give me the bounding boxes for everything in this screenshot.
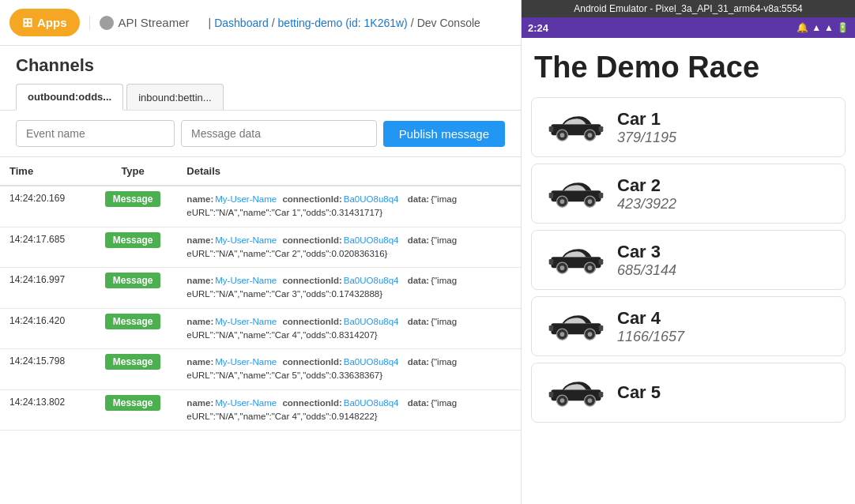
car-svg-3 bbox=[548, 244, 604, 276]
car-svg-2 bbox=[548, 178, 604, 209]
message-table: Time Type Details 14:24:20.169 Message n… bbox=[0, 157, 521, 431]
emulator-title-bar: Android Emulator - Pixel_3a_API_31_arm64… bbox=[522, 0, 855, 17]
svg-point-11 bbox=[560, 199, 565, 204]
cell-time: 14:24:16.420 bbox=[0, 308, 89, 349]
cell-type: Message bbox=[89, 349, 178, 390]
cell-details: name: My-User-Name connectionId: Ba0UO8u… bbox=[177, 186, 521, 227]
svg-rect-5 bbox=[549, 126, 554, 132]
status-icons: 🔔 ▲ ▲ 🔋 bbox=[797, 22, 849, 33]
detail-extra: eURL":"N/A","name":"Car 3","odds":0.1743… bbox=[186, 288, 382, 301]
car-info-5: Car 5 bbox=[617, 382, 832, 403]
type-badge: Message bbox=[105, 354, 161, 370]
channels-title: Channels bbox=[16, 55, 94, 75]
cell-time: 14:24:20.169 bbox=[0, 186, 89, 227]
conn-val: Ba0UO8u8q4 bbox=[344, 234, 399, 247]
cell-type: Message bbox=[89, 227, 178, 268]
data-key: data: bbox=[408, 315, 429, 329]
name-key: name: bbox=[186, 355, 213, 369]
data-val: {"imag bbox=[431, 355, 457, 369]
col-time: Time bbox=[0, 157, 89, 186]
tab-inbound[interactable]: inbound:bettin... bbox=[126, 84, 224, 110]
car-svg-1 bbox=[548, 111, 604, 143]
detail-row2: eURL":"N/A","name":"Car 2","odds":0.0208… bbox=[186, 247, 511, 261]
name-val: My-User-Name bbox=[215, 397, 277, 410]
api-streamer-icon bbox=[100, 16, 114, 30]
svg-point-2 bbox=[588, 133, 593, 137]
car-icon-1 bbox=[544, 107, 608, 147]
detail-row2: eURL":"N/A","name":"Car 5","odds":0.3363… bbox=[186, 369, 511, 382]
channel-tabs: outbound:odds... inbound:bettin... bbox=[0, 76, 521, 111]
car-svg-5 bbox=[548, 377, 604, 408]
publish-label: Publish message bbox=[399, 127, 489, 141]
svg-rect-33 bbox=[549, 392, 554, 397]
tab-outbound[interactable]: outbound:odds... bbox=[16, 84, 123, 111]
detail-extra: eURL":"N/A","name":"Car 1","odds":0.3143… bbox=[186, 206, 382, 220]
detail-row2: eURL":"N/A","name":"Car 4","odds":0.9148… bbox=[186, 410, 511, 423]
svg-rect-13 bbox=[599, 193, 604, 198]
cell-details: name: My-User-Name connectionId: Ba0UO8u… bbox=[177, 268, 521, 309]
name-key: name: bbox=[186, 193, 213, 206]
car-icon-4 bbox=[544, 307, 608, 346]
car-name-1: Car 1 bbox=[617, 109, 832, 130]
cell-time: 14:24:16.997 bbox=[0, 268, 89, 309]
car-icon-2 bbox=[544, 174, 608, 213]
car-name-5: Car 5 bbox=[617, 382, 832, 403]
cell-time: 14:24:15.798 bbox=[0, 349, 89, 390]
svg-point-30 bbox=[588, 398, 593, 403]
bell-icon: 🔔 bbox=[797, 22, 808, 33]
svg-point-9 bbox=[588, 199, 593, 204]
data-key: data: bbox=[408, 274, 429, 288]
data-val: {"imag bbox=[431, 274, 457, 288]
conn-val: Ba0UO8u8q4 bbox=[344, 193, 399, 206]
svg-rect-27 bbox=[599, 325, 604, 331]
name-val: My-User-Name bbox=[215, 315, 277, 329]
data-key: data: bbox=[408, 193, 429, 206]
data-key: data: bbox=[408, 355, 429, 369]
car-odds-1: 379/1195 bbox=[617, 130, 832, 146]
cell-type: Message bbox=[89, 308, 178, 349]
car-item-5: Car 5 bbox=[531, 363, 846, 423]
data-val: {"imag bbox=[431, 234, 457, 247]
svg-point-4 bbox=[560, 133, 565, 137]
race-title: The Demo Race bbox=[522, 38, 855, 91]
detail-row2: eURL":"N/A","name":"Car 3","odds":0.1743… bbox=[186, 288, 511, 301]
car-info-3: Car 3 685/3144 bbox=[617, 242, 832, 279]
detail-extra: eURL":"N/A","name":"Car 4","odds":0.9148… bbox=[186, 410, 377, 423]
breadcrumb-dashboard[interactable]: Dashboard bbox=[214, 17, 269, 29]
apps-button[interactable]: ⊞ Apps bbox=[9, 9, 80, 36]
channels-header: Channels bbox=[0, 46, 521, 76]
api-streamer-label: API Streamer bbox=[119, 16, 190, 29]
table-row: 14:24:15.798 Message name: My-User-Name … bbox=[0, 349, 521, 390]
conn-key: connectionId: bbox=[282, 234, 341, 247]
table-row: 14:24:16.997 Message name: My-User-Name … bbox=[0, 268, 521, 309]
name-key: name: bbox=[186, 234, 213, 247]
car-odds-2: 423/3922 bbox=[617, 196, 832, 213]
breadcrumb-separator: | bbox=[209, 17, 212, 29]
publish-button[interactable]: Publish message bbox=[383, 121, 505, 147]
left-panel: ⊞ Apps API Streamer | Dashboard / bettin… bbox=[0, 0, 522, 504]
detail-extra: eURL":"N/A","name":"Car 2","odds":0.0208… bbox=[186, 247, 387, 261]
cell-details: name: My-User-Name connectionId: Ba0UO8u… bbox=[177, 389, 521, 431]
car-odds-4: 1166/1657 bbox=[617, 329, 832, 345]
data-key: data: bbox=[408, 397, 429, 410]
data-val: {"imag bbox=[431, 315, 457, 329]
svg-point-32 bbox=[560, 398, 565, 403]
breadcrumb-dev-console: Dev Console bbox=[417, 17, 480, 29]
message-data-input[interactable] bbox=[181, 120, 377, 147]
battery-icon: 🔋 bbox=[837, 22, 849, 33]
event-name-input[interactable] bbox=[16, 120, 175, 147]
top-nav: ⊞ Apps API Streamer | Dashboard / bettin… bbox=[0, 0, 521, 46]
name-val: My-User-Name bbox=[215, 274, 277, 288]
detail-row2: eURL":"N/A","name":"Car 4","odds":0.8314… bbox=[186, 329, 511, 342]
cell-details: name: My-User-Name connectionId: Ba0UO8u… bbox=[177, 308, 521, 349]
emulator-time: 2:24 bbox=[528, 22, 548, 34]
signal-icon: ▲ bbox=[824, 22, 834, 33]
car-icon-5 bbox=[544, 373, 608, 412]
conn-key: connectionId: bbox=[282, 274, 341, 288]
conn-val: Ba0UO8u8q4 bbox=[344, 397, 399, 410]
detail-extra: eURL":"N/A","name":"Car 4","odds":0.8314… bbox=[186, 329, 377, 342]
data-val: {"imag bbox=[431, 397, 457, 410]
car-item-1: Car 1 379/1195 bbox=[531, 97, 846, 157]
car-list: Car 1 379/1195 C bbox=[522, 97, 855, 423]
breadcrumb-betting-demo[interactable]: betting-demo (id: 1K261w) bbox=[278, 17, 408, 29]
